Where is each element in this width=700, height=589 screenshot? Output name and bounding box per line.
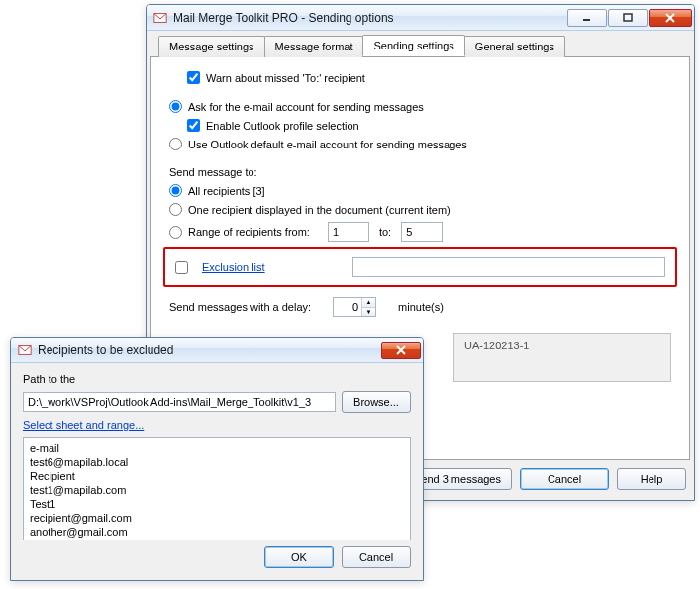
ga-readonly-box: UA-120213-1 [453,333,671,382]
main-titlebar: Mail Merge Toolkit PRO - Sending options [147,5,694,31]
exclusion-dialog: Recipients to be excluded Path to the Br… [10,337,424,581]
tab-sending-settings[interactable]: Sending settings [362,35,464,56]
use-default-account-label: Use Outlook default e-mail account for s… [188,139,467,150]
select-sheet-link[interactable]: Select sheet and range... [23,419,144,431]
range-to-label: to: [379,226,391,238]
use-default-account-radio[interactable] [169,138,182,150]
exclusion-checkbox[interactable] [175,261,188,274]
delay-up-icon[interactable]: ▲ [362,298,375,308]
enable-outlook-profile-checkbox[interactable] [187,119,200,132]
minimize-button[interactable] [567,9,607,27]
delay-spinner[interactable]: ▲ ▼ [333,297,376,317]
range-from-label: Range of recipients from: [188,226,310,238]
exclusion-input[interactable] [352,257,665,277]
delay-down-icon[interactable]: ▼ [362,308,375,317]
range-to-input[interactable] [401,222,443,242]
cancel-button[interactable]: Cancel [520,468,609,490]
main-title: Mail Merge Toolkit PRO - Sending options [173,11,566,25]
recipients-list-content: e-mail test6@mapilab.local Recipient tes… [30,442,132,538]
dialog-app-icon [17,343,33,358]
tab-general-settings[interactable]: General settings [464,36,565,57]
recipients-list[interactable]: e-mail test6@mapilab.local Recipient tes… [23,437,411,540]
ga-value: UA-120213-1 [464,340,529,351]
tab-message-settings[interactable]: Message settings [158,36,265,57]
ask-account-radio[interactable] [169,100,182,113]
ask-account-label: Ask for the e-mail account for sending m… [188,101,424,113]
one-recipient-label: One recipient displayed in the document … [188,204,450,216]
send-to-heading: Send message to: [169,166,257,178]
dialog-cancel-button[interactable]: Cancel [342,546,411,568]
warn-missed-to-checkbox[interactable] [187,71,200,84]
range-from-input[interactable] [328,222,369,242]
delay-unit-label: minute(s) [398,301,444,313]
exclusion-list-link[interactable]: Exclusion list [202,261,265,273]
dialog-ok-button[interactable]: OK [264,546,334,568]
svg-rect-2 [624,14,632,21]
dialog-footer: OK Cancel [23,540,411,572]
path-input[interactable] [23,392,336,412]
dialog-close-button[interactable] [381,342,421,359]
dialog-client: Path to the Browse... Select sheet and r… [11,363,423,580]
tab-strip: Message settings Message format Sending … [158,35,690,56]
delay-input[interactable] [334,298,361,316]
range-radio[interactable] [169,226,182,239]
maximize-button[interactable] [608,9,648,27]
all-recipients-label: All recipients [3] [188,185,265,197]
close-button[interactable] [649,9,692,27]
all-recipients-radio[interactable] [169,184,182,197]
app-icon [152,10,168,26]
dialog-titlebar: Recipients to be excluded [11,338,423,363]
warn-missed-to-label: Warn about missed 'To:' recipient [206,72,365,84]
enable-outlook-profile-label: Enable Outlook profile selection [206,120,359,132]
tab-message-format[interactable]: Message format [264,36,364,57]
path-label: Path to the [23,373,75,385]
dialog-title: Recipients to be excluded [38,344,380,357]
one-recipient-radio[interactable] [169,203,182,216]
delay-label: Send messages with a delay: [169,301,311,313]
exclusion-highlight: Exclusion list [163,247,677,287]
help-button[interactable]: Help [617,468,686,490]
browse-button[interactable]: Browse... [342,391,411,413]
